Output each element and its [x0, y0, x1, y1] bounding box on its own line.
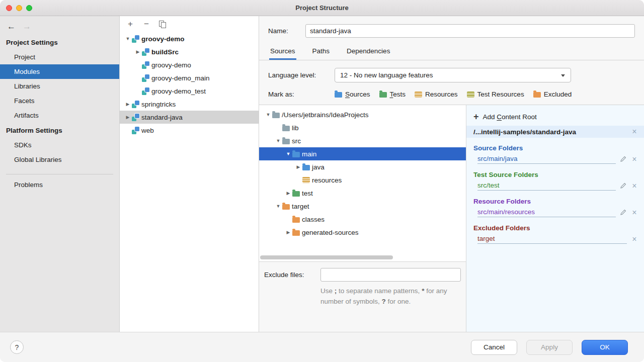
folder-underline: src/main/java	[477, 155, 616, 164]
folder-path-link[interactable]: src/main/java	[477, 155, 518, 162]
file-tree-row-test[interactable]: ▶test	[259, 187, 466, 200]
window-title: Project Structure	[295, 4, 348, 12]
module-icon	[132, 35, 139, 43]
copy-module-button[interactable]	[156, 18, 169, 31]
ok-button[interactable]: OK	[582, 340, 628, 355]
file-tree-row-java[interactable]: ▶java	[259, 160, 466, 173]
remove-icon[interactable]: ×	[631, 128, 638, 136]
language-level-select[interactable]: 12 - No new language features	[335, 68, 571, 82]
chevron-down-icon[interactable]: ▼	[274, 138, 282, 143]
remove-icon[interactable]: ×	[631, 235, 638, 243]
file-tree-row-lib[interactable]: lib	[259, 121, 466, 134]
chevron-down-icon[interactable]: ▼	[274, 204, 282, 209]
chevron-down-icon[interactable]: ▼	[264, 112, 272, 117]
module-name-input[interactable]	[305, 24, 635, 38]
chevron-right-icon[interactable]: ▶	[284, 191, 292, 196]
file-name: /Users/jetbrains/IdeaProjects	[282, 111, 369, 119]
sidebar-item-problems[interactable]: Problems	[0, 177, 119, 192]
close-button[interactable]	[6, 5, 12, 11]
folder-icon	[282, 139, 290, 144]
chevron-down-icon[interactable]: ▼	[124, 36, 132, 41]
mark-as-option-label: Sources	[345, 90, 370, 98]
sidebar-item-libraries[interactable]: Libraries	[0, 79, 119, 94]
tab-paths[interactable]: Paths	[311, 43, 331, 60]
remove-icon[interactable]: ×	[631, 155, 638, 163]
exclude-files-row: Exclude files:	[259, 262, 466, 282]
file-tree-row-target[interactable]: ▼target	[259, 200, 466, 213]
tab-dependencies[interactable]: Dependencies	[346, 43, 391, 60]
mark-as-excluded[interactable]: Excluded	[533, 90, 572, 98]
sidebar-item-modules[interactable]: Modules	[0, 64, 119, 79]
chevron-right-icon[interactable]: ▶	[124, 102, 132, 107]
file-tree-row-src[interactable]: ▼src	[259, 134, 466, 147]
file-tree-row-main[interactable]: ▼main	[259, 147, 466, 160]
module-tree-row-buildsrc[interactable]: ▶buildSrc	[120, 45, 259, 58]
mark-as-test-resources[interactable]: Test Resources	[467, 90, 524, 98]
sidebar-item-sdks[interactable]: SDKs	[0, 138, 119, 152]
tab-sources[interactable]: Sources	[269, 43, 296, 60]
file-name: target	[292, 203, 309, 210]
cancel-button[interactable]: Cancel	[471, 340, 517, 355]
folder-path-link[interactable]: target	[477, 235, 495, 242]
back-arrow-icon[interactable]: ←	[7, 22, 16, 31]
content-root-groups: Source Folderssrc/main/java×Test Source …	[473, 144, 638, 244]
module-tree-row-groovy-demo-main[interactable]: groovy-demo_main	[120, 71, 259, 84]
add-content-root-button[interactable]: + Add Content Root	[473, 109, 638, 124]
add-module-button[interactable]: +	[124, 18, 137, 31]
chevron-right-icon[interactable]: ▶	[134, 49, 142, 54]
module-tree-row-standard-java[interactable]: ▶standard-java	[120, 111, 259, 124]
chevron-right-icon[interactable]: ▶	[294, 164, 302, 169]
chevron-right-icon[interactable]: ▶	[284, 230, 292, 235]
content-folder-row: src/main/resources×	[477, 207, 638, 218]
remove-icon[interactable]: ×	[631, 209, 638, 217]
chevron-right-icon[interactable]: ▶	[124, 115, 132, 120]
content-root-row[interactable]: /...intellij-samples/standard-java ×	[466, 126, 644, 138]
module-icon	[142, 74, 149, 82]
apply-button[interactable]: Apply	[526, 340, 573, 355]
folder-icon	[292, 191, 300, 197]
edit-pencil-icon[interactable]	[620, 156, 626, 162]
module-tree-row-web[interactable]: web	[120, 124, 259, 137]
exclude-files-input[interactable]	[320, 268, 461, 282]
sidebar-header-project-settings: Project Settings	[0, 35, 119, 50]
plus-icon: +	[473, 112, 479, 121]
file-tree-row-generated-sources[interactable]: ▶generated-sources	[259, 226, 466, 239]
module-tree-row-groovy-demo[interactable]: ▼groovy-demo	[120, 32, 259, 45]
help-button[interactable]: ?	[10, 340, 24, 354]
forward-arrow-icon[interactable]: →	[23, 22, 31, 31]
remove-icon[interactable]: ×	[631, 182, 638, 190]
sidebar-divider	[6, 174, 113, 174]
dialog-body: ← → Project SettingsProjectModulesLibrar…	[0, 16, 644, 332]
file-name: java	[312, 163, 325, 171]
remove-module-button[interactable]: −	[140, 18, 153, 31]
module-tree-row-groovy-demo[interactable]: groovy-demo	[120, 58, 259, 71]
mark-as-resources[interactable]: Resources	[415, 90, 458, 98]
content-roots-panel: + Add Content Root /...intellij-samples/…	[466, 105, 644, 332]
minimize-button[interactable]	[16, 5, 22, 11]
module-tree-row-groovy-demo-test[interactable]: groovy-demo_test	[120, 84, 259, 98]
mark-as-sources[interactable]: Sources	[335, 90, 370, 98]
edit-pencil-icon[interactable]	[620, 209, 626, 216]
file-tree-row-resources[interactable]: resources	[259, 173, 466, 187]
file-name: generated-sources	[302, 229, 359, 236]
module-icon	[142, 87, 149, 95]
zoom-button[interactable]	[26, 5, 32, 11]
group-title-source-folders: Source Folders	[473, 144, 638, 152]
mark-as-tests[interactable]: Tests	[379, 90, 406, 98]
sidebar-item-artifacts[interactable]: Artifacts	[0, 108, 119, 123]
horizontal-scrollbar[interactable]	[260, 255, 393, 259]
folder-path-link[interactable]: src/main/resources	[477, 208, 535, 216]
file-tree-row-classes[interactable]: classes	[259, 213, 466, 226]
folder-path-link[interactable]: src/test	[477, 182, 500, 189]
file-tree: ▼/Users/jetbrains/IdeaProjectslib▼src▼ma…	[259, 105, 466, 262]
sidebar-item-global-libraries[interactable]: Global Libraries	[0, 152, 119, 167]
sidebar-item-facets[interactable]: Facets	[0, 94, 119, 108]
exclude-hint: Use ; to separate name patterns, * for a…	[320, 286, 461, 307]
sidebar-header-platform-settings: Platform Settings	[0, 123, 119, 138]
add-content-root-label: Add Content Root	[483, 113, 537, 121]
file-tree-row-users-jetbrains-ideaprojects[interactable]: ▼/Users/jetbrains/IdeaProjects	[259, 108, 466, 121]
module-tree-row-springtricks[interactable]: ▶springtricks	[120, 98, 259, 111]
sidebar-item-project[interactable]: Project	[0, 50, 119, 64]
chevron-down-icon[interactable]: ▼	[284, 151, 292, 156]
edit-pencil-icon[interactable]	[620, 183, 626, 189]
